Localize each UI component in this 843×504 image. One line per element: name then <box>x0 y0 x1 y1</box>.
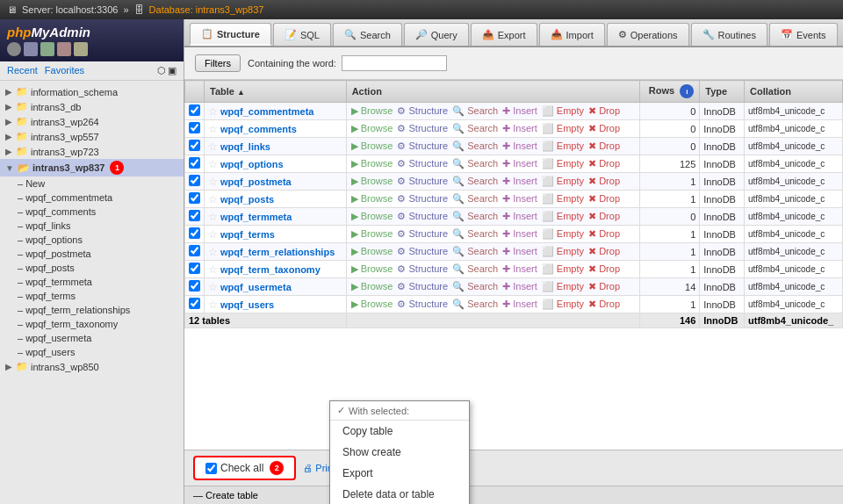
search-link[interactable]: 🔍 Search <box>452 140 498 151</box>
recent-link[interactable]: Recent <box>7 65 38 76</box>
empty-link[interactable]: ⬜ Empty <box>542 281 584 292</box>
tab-structure[interactable]: 📋 Structure <box>190 23 271 46</box>
browse-link[interactable]: ▶ Browse <box>351 211 393 221</box>
sidebar-item-information-schema[interactable]: ▶ 📁 information_schema <box>0 84 184 99</box>
insert-link[interactable]: ✚ Insert <box>502 228 537 239</box>
sidebar-icon-settings[interactable] <box>24 42 38 56</box>
sidebar-item-wpqf-termmeta[interactable]: – wpqf_termmeta <box>0 275 184 289</box>
sidebar-icon-info[interactable] <box>57 42 71 56</box>
ctx-export[interactable]: Export <box>330 463 469 484</box>
insert-link[interactable]: ✚ Insert <box>502 176 537 186</box>
table-name-link[interactable]: wpqf_postmeta <box>220 176 292 187</box>
row-checkbox[interactable] <box>189 140 200 151</box>
row-checkbox[interactable] <box>189 210 200 221</box>
structure-link[interactable]: ⚙ Structure <box>397 140 448 151</box>
table-name-link[interactable]: wpqf_term_relationships <box>220 247 335 257</box>
search-link[interactable]: 🔍 Search <box>452 281 498 292</box>
browse-link[interactable]: ▶ Browse <box>351 263 393 274</box>
sidebar-item-intrans3-wp723[interactable]: ▶ 📁 intrans3_wp723 <box>0 144 184 159</box>
search-link[interactable]: 🔍 Search <box>452 123 498 133</box>
drop-link[interactable]: ✖ Drop <box>588 105 620 116</box>
insert-link[interactable]: ✚ Insert <box>502 246 537 256</box>
sidebar-item-wpqf-links[interactable]: – wpqf_links <box>0 219 184 233</box>
table-name-link[interactable]: wpqf_posts <box>220 194 274 205</box>
tab-sql[interactable]: 📝 SQL <box>273 23 331 46</box>
empty-link[interactable]: ⬜ Empty <box>542 211 584 221</box>
browse-link[interactable]: ▶ Browse <box>351 246 393 256</box>
star-icon[interactable]: ☆ <box>208 158 218 170</box>
insert-link[interactable]: ✚ Insert <box>502 105 537 116</box>
sidebar-item-wpqf-commentmeta[interactable]: – wpqf_commentmeta <box>0 191 184 205</box>
structure-link[interactable]: ⚙ Structure <box>397 263 448 274</box>
tab-import[interactable]: 📥 Import <box>539 23 605 46</box>
structure-link[interactable]: ⚙ Structure <box>397 193 448 204</box>
drop-link[interactable]: ✖ Drop <box>588 299 620 309</box>
star-icon[interactable]: ☆ <box>208 299 218 311</box>
drop-link[interactable]: ✖ Drop <box>588 263 620 274</box>
search-link[interactable]: 🔍 Search <box>452 158 498 169</box>
search-link[interactable]: 🔍 Search <box>452 299 498 309</box>
drop-link[interactable]: ✖ Drop <box>588 228 620 239</box>
table-name-link[interactable]: wpqf_termmeta <box>220 212 292 222</box>
star-icon[interactable]: ☆ <box>208 211 218 223</box>
insert-link[interactable]: ✚ Insert <box>502 123 537 133</box>
search-link[interactable]: 🔍 Search <box>452 105 498 116</box>
table-name-link[interactable]: wpqf_term_taxonomy <box>220 264 321 275</box>
sidebar-item-new[interactable]: – New <box>0 176 184 191</box>
table-name-link[interactable]: wpqf_usermeta <box>220 282 292 292</box>
browse-link[interactable]: ▶ Browse <box>351 158 393 169</box>
insert-link[interactable]: ✚ Insert <box>502 263 537 274</box>
row-checkbox[interactable] <box>189 192 200 204</box>
drop-link[interactable]: ✖ Drop <box>588 140 620 151</box>
tab-search[interactable]: 🔍 Search <box>333 23 402 46</box>
sidebar-icon-help[interactable] <box>74 42 88 56</box>
search-link[interactable]: 🔍 Search <box>452 176 498 186</box>
filters-button[interactable]: Filters <box>195 54 241 72</box>
drop-link[interactable]: ✖ Drop <box>588 211 620 221</box>
ctx-delete-data[interactable]: Delete data or table <box>330 484 469 504</box>
check-all-checkbox[interactable] <box>205 463 217 474</box>
empty-link[interactable]: ⬜ Empty <box>542 299 584 309</box>
structure-link[interactable]: ⚙ Structure <box>397 105 448 116</box>
sidebar-item-wpqf-comments[interactable]: – wpqf_comments <box>0 205 184 219</box>
insert-link[interactable]: ✚ Insert <box>502 158 537 169</box>
table-name-link[interactable]: wpqf_terms <box>220 229 275 240</box>
row-checkbox[interactable] <box>189 245 200 256</box>
table-name-link[interactable]: wpqf_links <box>220 141 270 152</box>
browse-link[interactable]: ▶ Browse <box>351 228 393 239</box>
browse-link[interactable]: ▶ Browse <box>351 299 393 309</box>
table-name-link[interactable]: wpqf_comments <box>220 124 297 134</box>
row-checkbox[interactable] <box>189 175 200 186</box>
empty-link[interactable]: ⬜ Empty <box>542 246 584 256</box>
star-icon[interactable]: ☆ <box>208 176 218 188</box>
sidebar-item-intrans3-wp837[interactable]: ▼ 📂 intrans3_wp837 1 <box>0 159 184 176</box>
sidebar-item-wpqf-users[interactable]: – wpqf_users <box>0 345 184 359</box>
row-checkbox[interactable] <box>189 122 200 133</box>
sidebar-collapse-icon[interactable]: ▣ <box>168 65 177 76</box>
structure-link[interactable]: ⚙ Structure <box>397 176 448 186</box>
drop-link[interactable]: ✖ Drop <box>588 158 620 169</box>
insert-link[interactable]: ✚ Insert <box>502 193 537 204</box>
structure-link[interactable]: ⚙ Structure <box>397 123 448 133</box>
sidebar-item-intrans3-wp264[interactable]: ▶ 📁 intrans3_wp264 <box>0 114 184 129</box>
search-link[interactable]: 🔍 Search <box>452 211 498 221</box>
insert-link[interactable]: ✚ Insert <box>502 299 537 309</box>
row-checkbox[interactable] <box>189 280 200 292</box>
sidebar-icon-refresh[interactable] <box>40 42 54 56</box>
ctx-show-create[interactable]: Show create <box>330 442 469 463</box>
sidebar-item-intrans3-wp850[interactable]: ▶ 📁 intrans3_wp850 <box>0 359 184 374</box>
sidebar-item-intrans3-db[interactable]: ▶ 📁 intrans3_db <box>0 99 184 114</box>
sidebar-item-intrans3-wp557[interactable]: ▶ 📁 intrans3_wp557 <box>0 129 184 144</box>
empty-link[interactable]: ⬜ Empty <box>542 158 584 169</box>
drop-link[interactable]: ✖ Drop <box>588 123 620 133</box>
star-icon[interactable]: ☆ <box>208 263 218 276</box>
drop-link[interactable]: ✖ Drop <box>588 193 620 204</box>
tab-operations[interactable]: ⚙ Operations <box>607 23 689 46</box>
star-icon[interactable]: ☆ <box>208 105 218 118</box>
row-checkbox[interactable] <box>189 104 200 116</box>
row-checkbox[interactable] <box>189 227 200 239</box>
favorites-link[interactable]: Favorites <box>45 65 84 76</box>
browse-link[interactable]: ▶ Browse <box>351 105 393 116</box>
th-rows[interactable]: Rows i <box>640 81 700 103</box>
search-link[interactable]: 🔍 Search <box>452 246 498 256</box>
